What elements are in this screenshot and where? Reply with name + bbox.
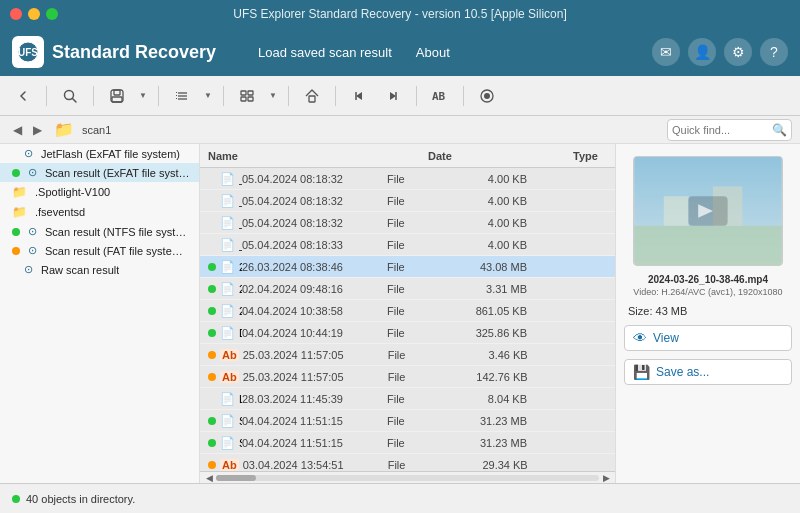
tree-item-label: Scan result (NTFS file system; 6.05 GB i…: [45, 226, 191, 238]
preview-size: Size: 43 MB: [624, 305, 687, 317]
toolbar: ▼ ▼ ▼ AB: [0, 76, 800, 116]
eye-icon: 👁: [633, 330, 647, 346]
nav-about[interactable]: About: [406, 41, 460, 64]
svg-marker-20: [390, 92, 396, 100]
svg-rect-13: [241, 91, 246, 95]
table-row[interactable]: 📄DALL-E 2024-04-04 12.4...04.04.2024 10:…: [200, 322, 615, 344]
tree-item-1[interactable]: ⊙Scan result (ExFAT file system; 117.42 …: [0, 163, 199, 182]
close-button[interactable]: [10, 8, 22, 20]
svg-rect-15: [241, 97, 246, 101]
table-row[interactable]: 📄_instancing_starter.zip05.04.2024 08:18…: [200, 212, 615, 234]
h-scrollbar[interactable]: ◀ ▶: [200, 471, 615, 483]
prev-button[interactable]: [344, 82, 374, 110]
file-icon: 📄: [220, 304, 235, 318]
tree-item-4[interactable]: ⊙Scan result (NTFS file system; 6.05 GB …: [0, 222, 199, 241]
app-title: Standard Recovery: [52, 42, 216, 63]
file-size: 4.00 KB: [447, 217, 527, 229]
dot-green: [12, 169, 20, 177]
tree-item-5[interactable]: ⊙Scan result (FAT file system; 3.90 GB i…: [0, 241, 199, 260]
file-date: 05.04.2024 08:18:32: [242, 217, 387, 229]
window-title: UFS Explorer Standard Recovery - version…: [233, 7, 567, 21]
file-size: 43.08 MB: [447, 261, 527, 273]
tree-item-3[interactable]: 📁.fseventsd: [0, 202, 199, 222]
table-row[interactable]: 📄Living Off The Land Attac...28.03.2024 …: [200, 388, 615, 410]
tag-button[interactable]: [472, 82, 502, 110]
file-size: 29.34 KB: [448, 459, 528, 471]
table-row[interactable]: 📄_dodge_the_creeps_2d...05.04.2024 08:18…: [200, 168, 615, 190]
app-logo: UFS Standard Recovery: [12, 36, 216, 68]
file-date: 03.04.2024 13:54:51: [243, 459, 388, 471]
file-type: File: [387, 217, 447, 229]
col-header-name[interactable]: Name: [208, 150, 428, 162]
minimize-button[interactable]: [28, 8, 40, 20]
toolbar-sep-5: [288, 86, 289, 106]
save-dropdown[interactable]: ▼: [136, 82, 150, 110]
nav-load-scan[interactable]: Load saved scan result: [248, 41, 402, 64]
file-date: 25.03.2024 11:57:05: [243, 349, 388, 361]
search-input[interactable]: [672, 124, 772, 136]
col-header-date[interactable]: Date: [428, 150, 573, 162]
search-button[interactable]: [55, 82, 85, 110]
nav-left[interactable]: ◀: [8, 121, 26, 139]
view-button[interactable]: [232, 82, 262, 110]
view-dropdown[interactable]: ▼: [266, 82, 280, 110]
file-type: File: [387, 327, 447, 339]
path-text: scan1: [82, 124, 111, 136]
table-row[interactable]: 📄_pexels-anna-nekrashevi...05.04.2024 08…: [200, 234, 615, 256]
table-row[interactable]: AbThe CMMC 2.0 Assessme...03.04.2024 13:…: [200, 454, 615, 471]
file-date: 28.03.2024 11:45:39: [242, 393, 387, 405]
file-status-dot: [208, 263, 216, 271]
svg-rect-10: [176, 92, 177, 93]
back-button[interactable]: [8, 82, 38, 110]
h-scroll-track: [216, 475, 599, 481]
tree-item-label: Raw scan result: [41, 264, 119, 276]
dot-orange: [12, 247, 20, 255]
help-icon[interactable]: ?: [760, 38, 788, 66]
rename-button[interactable]: AB: [425, 82, 455, 110]
user-icon[interactable]: 👤: [688, 38, 716, 66]
table-row[interactable]: AbDPHSIV-9203064860-20...25.03.2024 11:5…: [200, 344, 615, 366]
main-row: ⊙JetFlash (ExFAT file system)⊙Scan resul…: [0, 144, 800, 483]
search-icon: 🔍: [772, 123, 787, 137]
h-scroll-thumb[interactable]: [216, 475, 256, 481]
file-date: 04.04.2024 10:44:19: [242, 327, 387, 339]
maximize-button[interactable]: [46, 8, 58, 20]
save-as-button[interactable]: 💾 Save as...: [624, 359, 792, 385]
nav-right[interactable]: ▶: [28, 121, 46, 139]
svg-rect-6: [112, 97, 122, 102]
file-type: File: [387, 173, 447, 185]
email-icon[interactable]: ✉: [652, 38, 680, 66]
table-row[interactable]: 📄_ghost website screensh...05.04.2024 08…: [200, 190, 615, 212]
file-type: File: [387, 239, 447, 251]
save-button[interactable]: [102, 82, 132, 110]
tree-item-0[interactable]: ⊙JetFlash (ExFAT file system): [0, 144, 199, 163]
status-dot: [12, 495, 20, 503]
search-box[interactable]: 🔍: [667, 119, 792, 141]
table-row[interactable]: 📄2024-03-26_10-38-46.mp426.03.2024 08:38…: [200, 256, 615, 278]
scroll-left-icon[interactable]: ◀: [202, 471, 216, 484]
home-button[interactable]: [297, 82, 327, 110]
col-header-type[interactable]: Type: [573, 150, 615, 162]
table-row[interactable]: 📄Screen Recording 2024-0...04.04.2024 11…: [200, 410, 615, 432]
file-status-dot: [208, 307, 216, 315]
next-button[interactable]: [378, 82, 408, 110]
file-icon: 📄: [220, 414, 235, 428]
svg-text:UFS: UFS: [18, 47, 38, 58]
file-size: 4.00 KB: [447, 173, 527, 185]
file-date: 02.04.2024 09:48:16: [242, 283, 387, 295]
settings-icon[interactable]: ⚙: [724, 38, 752, 66]
table-row[interactable]: AbDPHSIV-9203064860-20...25.03.2024 11:5…: [200, 366, 615, 388]
file-type: File: [387, 437, 447, 449]
list-view-button[interactable]: [167, 82, 197, 110]
file-type: File: [387, 283, 447, 295]
scroll-right-icon[interactable]: ▶: [599, 471, 613, 484]
view-button-preview[interactable]: 👁 View: [624, 325, 792, 351]
list-dropdown[interactable]: ▼: [201, 82, 215, 110]
table-row[interactable]: 📄2024-04-04_10-05-32.jpeg04.04.2024 10:3…: [200, 300, 615, 322]
tree-item-2[interactable]: 📁.Spotlight-V100: [0, 182, 199, 202]
table-row[interactable]: 📄2024-04-02_11-48-10.sn...02.04.2024 09:…: [200, 278, 615, 300]
table-row[interactable]: 📄Screen Recording 2024-0...04.04.2024 11…: [200, 432, 615, 454]
tree-item-6[interactable]: ⊙Raw scan result: [0, 260, 199, 279]
file-size: 861.05 KB: [447, 305, 527, 317]
toolbar-sep-7: [416, 86, 417, 106]
